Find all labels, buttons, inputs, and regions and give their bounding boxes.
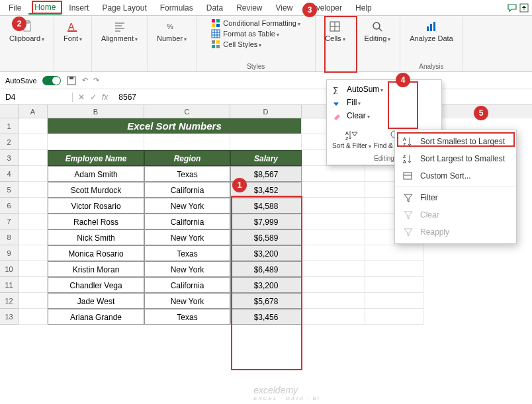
svg-rect-10 — [212, 30, 220, 38]
cancel-icon[interactable]: ✕ — [78, 93, 85, 102]
enter-icon[interactable]: ✓ — [90, 93, 97, 102]
header-region[interactable]: Region — [144, 150, 230, 166]
quick-access-toolbar: AutoSave ↶ ↷ — [0, 72, 532, 89]
cell-region[interactable]: New York — [144, 293, 230, 309]
row-header[interactable]: 3 — [0, 150, 19, 166]
row-header[interactable]: 11 — [0, 277, 19, 293]
row-header[interactable]: 12 — [0, 293, 19, 309]
row-header[interactable]: 6 — [0, 198, 19, 214]
conditional-formatting-button[interactable]: Conditional Formatting — [211, 19, 300, 28]
cell-region[interactable]: Texas — [144, 245, 230, 261]
fx-icon[interactable]: fx — [102, 93, 108, 102]
autosave-toggle[interactable] — [42, 76, 61, 85]
sort-descending[interactable]: ZASort Largest to Smallest — [395, 150, 516, 167]
name-box[interactable]: D4 — [0, 93, 73, 102]
row-header[interactable]: 5 — [0, 182, 19, 198]
cell-salary[interactable]: $3,200 — [230, 277, 302, 293]
tab-data[interactable]: Data — [200, 2, 229, 14]
group-number: % Number — [148, 16, 197, 71]
svg-rect-8 — [212, 24, 215, 27]
cell-salary[interactable]: $3,200 — [230, 245, 302, 261]
sort-ascending[interactable]: AZSort Smallest to Largest — [395, 133, 516, 150]
col-header[interactable]: D — [230, 105, 302, 118]
format-as-table-button[interactable]: Format as Table — [211, 29, 300, 38]
row-header[interactable]: 2 — [0, 134, 19, 150]
row-header[interactable]: 8 — [0, 229, 19, 245]
row-header[interactable]: 4 — [0, 166, 19, 182]
cell-region[interactable]: Texas — [144, 309, 230, 325]
row-header[interactable]: 13 — [0, 309, 19, 325]
svg-rect-21 — [69, 77, 73, 79]
cell-region[interactable]: Texas — [144, 166, 230, 182]
cell-employee[interactable]: Chandler Vega — [48, 277, 144, 293]
autosum-button[interactable]: ∑AutoSum — [330, 83, 439, 96]
tab-home[interactable]: Home — [28, 1, 62, 15]
cell-employee[interactable]: Jade West — [48, 293, 144, 309]
header-salary[interactable]: Salary — [230, 150, 302, 166]
font-button[interactable]: A Font — [60, 19, 86, 44]
alignment-button[interactable]: Alignment — [97, 19, 142, 44]
cell-region[interactable]: California — [144, 214, 230, 229]
filter-toggle[interactable]: Filter — [395, 189, 516, 206]
analyze-data-button[interactable]: Analyze Data — [406, 19, 457, 44]
save-icon[interactable] — [66, 75, 77, 86]
svg-rect-17 — [427, 26, 429, 31]
badge-3: 3 — [302, 3, 317, 17]
cell-region[interactable]: New York — [144, 229, 230, 245]
tab-view[interactable]: View — [270, 2, 299, 14]
cell-region[interactable]: California — [144, 182, 230, 198]
cell-salary[interactable]: $7,999 — [230, 214, 302, 229]
sort-filter-button[interactable]: AZ Sort & Filter — [332, 129, 371, 149]
cells-button[interactable]: Cells — [321, 19, 349, 44]
cell-employee[interactable]: Rachel Ross — [48, 214, 144, 229]
col-header[interactable]: A — [19, 105, 48, 118]
tab-help[interactable]: Help — [349, 2, 378, 14]
row-header[interactable]: 10 — [0, 261, 19, 277]
cell-employee[interactable]: Monica Rosario — [48, 245, 144, 261]
svg-text:%: % — [167, 22, 173, 30]
formula-input[interactable]: 8567 — [113, 93, 142, 102]
col-header[interactable]: B — [48, 105, 144, 118]
row-header[interactable]: 9 — [0, 245, 19, 261]
undo-icon[interactable]: ↶ — [82, 76, 88, 85]
cell-employee[interactable]: Scott Murdock — [48, 182, 144, 198]
cell-region[interactable]: New York — [144, 198, 230, 214]
svg-rect-13 — [212, 45, 215, 48]
cell-salary[interactable]: $3,456 — [230, 309, 302, 325]
cell-salary[interactable]: $4,588 — [230, 198, 302, 214]
header-employee[interactable]: Employee Name — [48, 150, 144, 166]
custom-sort[interactable]: Custom Sort... — [395, 167, 516, 184]
redo-icon[interactable]: ↷ — [93, 76, 99, 85]
title-cell[interactable]: Excel Sort Numbers — [48, 118, 302, 134]
comments-icon[interactable] — [507, 3, 517, 13]
cell-salary[interactable]: $6,589 — [230, 229, 302, 245]
cell-styles-button[interactable]: Cell Styles — [211, 40, 300, 49]
number-button[interactable]: % Number — [153, 19, 191, 44]
fill-button[interactable]: Fill — [330, 96, 439, 109]
cell-employee[interactable]: Adam Smith — [48, 166, 144, 182]
svg-rect-30 — [404, 173, 412, 179]
row-header[interactable]: 7 — [0, 214, 19, 229]
col-header[interactable]: C — [144, 105, 230, 118]
cell-salary[interactable]: $5,678 — [230, 293, 302, 309]
cell-salary[interactable]: $6,489 — [230, 261, 302, 277]
cell-employee[interactable]: Ariana Grande — [48, 309, 144, 325]
clear-button[interactable]: Clear — [330, 109, 439, 122]
svg-rect-7 — [216, 19, 220, 22]
cell-region[interactable]: California — [144, 277, 230, 293]
cell-employee[interactable]: Nick Smith — [48, 229, 144, 245]
tab-page-layout[interactable]: Page Layout — [96, 2, 152, 14]
select-all-corner[interactable] — [0, 105, 19, 118]
editing-button[interactable]: Editing — [361, 19, 395, 44]
svg-point-16 — [373, 22, 380, 29]
svg-text:Z: Z — [345, 136, 349, 141]
cell-employee[interactable]: Kristin Moran — [48, 261, 144, 277]
cell-employee[interactable]: Victor Rosario — [48, 198, 144, 214]
tab-review[interactable]: Review — [230, 2, 268, 14]
row-header[interactable]: 1 — [0, 118, 19, 134]
tab-file[interactable]: File — [3, 2, 27, 14]
share-icon[interactable] — [519, 3, 529, 13]
tab-formulas[interactable]: Formulas — [154, 2, 199, 14]
tab-insert[interactable]: Insert — [63, 2, 95, 14]
cell-region[interactable]: New York — [144, 261, 230, 277]
